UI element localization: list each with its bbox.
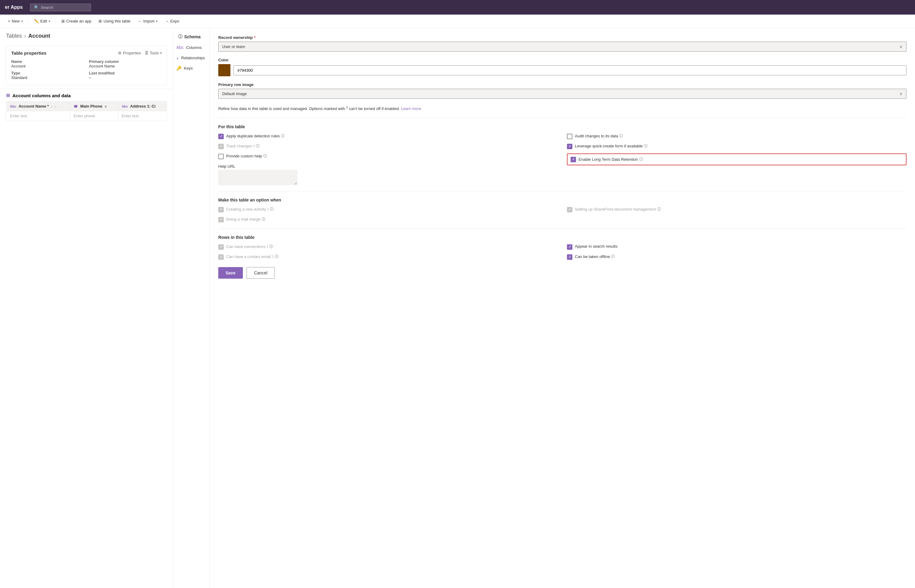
mainphone-col-icon: ☎ [74, 105, 78, 108]
info-icon-creating-activity: ⓘ [270, 207, 273, 212]
learn-more-link[interactable]: Learn more [401, 107, 421, 111]
type-label: Type [11, 71, 84, 75]
sort-desc-icon[interactable]: ↓ [55, 105, 57, 108]
check-icon-leverage: ✓ [569, 144, 571, 148]
checkbox-enable-long-term-label: Enable Long Term Data Retention ⓘ [579, 157, 643, 162]
right-panel: Record ownership * User or team ∨ Color … [210, 28, 915, 588]
mainphone-cell[interactable]: Enter phone [70, 111, 118, 121]
schema-tab-relationships[interactable]: ⟁ Relationships [173, 53, 209, 63]
table-properties-section: Table properties ⚙ Properties 🗄 Tools ▾ [6, 45, 167, 85]
check-icon: ✓ [220, 134, 223, 138]
accountname-cell[interactable]: Enter text [6, 111, 70, 121]
props-grid: Name Account Primary column Account Name… [11, 59, 162, 80]
top-nav: er Apps 🔍 [0, 0, 915, 15]
breadcrumb: Tables › Account [0, 28, 173, 42]
checkbox-taken-offline-label: Can be taken offline ⓘ [575, 254, 615, 259]
main-area: Tables › Account Table properties ⚙ Prop… [0, 28, 915, 588]
info-icon-audit[interactable]: ⓘ [619, 133, 623, 139]
tools-icon: 🗄 [145, 51, 149, 55]
col-header-accountname[interactable]: Abc Account Name * ↑ ↓ [6, 102, 70, 111]
connections-sup: 1 [267, 245, 268, 248]
divider-for-this-table [218, 118, 907, 118]
import-icon: ← [138, 19, 142, 23]
record-ownership-select[interactable]: User or team ∨ [218, 42, 907, 52]
info-icon-long-term[interactable]: ⓘ [639, 157, 643, 162]
required-star: * [254, 35, 255, 40]
left-schema: ⓘ Schema Abc Columns ⟁ Relationships 🔑 K… [173, 28, 209, 588]
rows-in-table-title: Rows in this table [218, 235, 907, 240]
col-header-mainphone[interactable]: ☎ Main Phone ∨ [70, 102, 118, 111]
info-icon-leverage[interactable]: ⓘ [644, 144, 648, 149]
checkbox-connections-label: Can have connections 1 ⓘ [226, 244, 273, 249]
properties-link[interactable]: ⚙ Properties [118, 51, 141, 55]
checkbox-provide-custom-help-label: Provide custom help ⓘ [226, 153, 267, 158]
checkbox-provide-custom-help-box[interactable] [218, 154, 224, 159]
check-icon-creating: ✓ [220, 208, 223, 212]
command-bar: + New ▾ ✏️ Edit ▾ ⊞ Create an app ⊞ Usin… [0, 15, 915, 28]
checkbox-appear-search-box[interactable]: ✓ [567, 244, 572, 250]
export-button[interactable]: → Expo [162, 17, 183, 25]
new-button[interactable]: + New ▾ [5, 17, 26, 25]
checkbox-leverage-quick: ✓ Leverage quick-create form if availabl… [567, 144, 907, 149]
name-value: Account [11, 64, 84, 68]
search-input[interactable] [41, 5, 87, 10]
tools-link[interactable]: 🗄 Tools ▾ [145, 51, 162, 55]
schema-tab-keys[interactable]: 🔑 Keys [173, 63, 209, 73]
columns-section: ⊞ Account columns and data Abc Account N… [0, 89, 173, 123]
left-main: Tables › Account Table properties ⚙ Prop… [0, 28, 173, 588]
checkbox-audit-changes-box[interactable] [567, 134, 572, 139]
checkbox-appear-search-label: Appear in search results [575, 244, 618, 249]
checkbox-contact-email-label: Can have a contact email 1 ⓘ [226, 254, 278, 259]
checkbox-creating-activity-label: Creating a new activity 1 ⓘ [226, 207, 273, 212]
address-cell[interactable]: Enter text [118, 111, 167, 121]
record-ownership-label: Record ownership * [218, 35, 907, 40]
col-header-address[interactable]: Abc Address 1: Ci [118, 102, 167, 111]
checkbox-sharepoint-label: Setting up SharePoint document managemen… [575, 207, 661, 212]
type-value: Standard [11, 75, 84, 80]
primary-row-image-select[interactable]: Default Image ∨ [218, 89, 907, 99]
color-label: Color [218, 58, 907, 62]
checkbox-sharepoint: ✓ Setting up SharePoint document managem… [567, 207, 907, 212]
checkbox-leverage-quick-box[interactable]: ✓ [567, 144, 572, 149]
divider-1 [28, 18, 29, 24]
help-url-input[interactable] [218, 170, 297, 185]
checkbox-provide-custom-help: Provide custom help ⓘ [218, 153, 558, 159]
table-row-empty: Enter text Enter phone Enter text [6, 111, 167, 121]
record-ownership-chevron-icon: ∨ [899, 44, 902, 49]
info-icon-custom-help[interactable]: ⓘ [263, 153, 267, 158]
color-group: Color [218, 58, 907, 76]
import-button[interactable]: ← Import ▾ [135, 17, 160, 25]
columns-section-icon: ⊞ [6, 93, 10, 98]
info-icon-offline[interactable]: ⓘ [611, 254, 615, 259]
color-input[interactable] [233, 65, 907, 75]
keys-icon: 🔑 [176, 66, 181, 71]
checkbox-enable-long-term-box[interactable]: ✓ [571, 157, 576, 162]
info-icon-duplicate[interactable]: ⓘ [281, 133, 285, 139]
sort-asc-icon[interactable]: ↑ [51, 105, 53, 108]
schema-header: ⓘ Schema [173, 31, 209, 42]
checkbox-connections-box: ✓ [218, 244, 224, 250]
checkbox-mail-merge-box: ✓ [218, 217, 224, 223]
checkbox-apply-duplicate-box[interactable]: ✓ [218, 134, 224, 139]
save-button[interactable]: Save [218, 267, 243, 279]
using-table-button[interactable]: ⊞ Using this table [95, 17, 133, 25]
check-icon-offline: ✓ [569, 255, 571, 259]
checkbox-taken-offline-box[interactable]: ✓ [567, 254, 572, 260]
create-app-button[interactable]: ⊞ Create an app [58, 17, 94, 25]
edit-button[interactable]: ✏️ Edit ▾ [31, 17, 53, 25]
search-bar[interactable]: 🔍 [30, 4, 91, 11]
data-table: Abc Account Name * ↑ ↓ ☎ Main Phone ∨ [6, 101, 167, 121]
left-panel: Tables › Account Table properties ⚙ Prop… [0, 28, 210, 588]
checkbox-track-changes: ✓ Track changes 1 ⓘ [218, 144, 558, 149]
columns-section-title: Account columns and data [13, 93, 71, 98]
cancel-button[interactable]: Cancel [247, 267, 275, 279]
search-icon: 🔍 [34, 5, 39, 10]
breadcrumb-tables[interactable]: Tables [6, 33, 22, 39]
mainphone-chevron-icon[interactable]: ∨ [105, 105, 107, 108]
primary-row-image-group: Primary row image Default Image ∨ [218, 82, 907, 99]
properties-icon: ⚙ [118, 51, 121, 55]
checkbox-apply-duplicate-label: Apply duplicate detection rules ⓘ [226, 133, 285, 139]
schema-tab-columns[interactable]: Abc Columns [173, 42, 209, 52]
info-icon-track: ⓘ [256, 144, 260, 149]
color-swatch[interactable] [218, 64, 230, 76]
